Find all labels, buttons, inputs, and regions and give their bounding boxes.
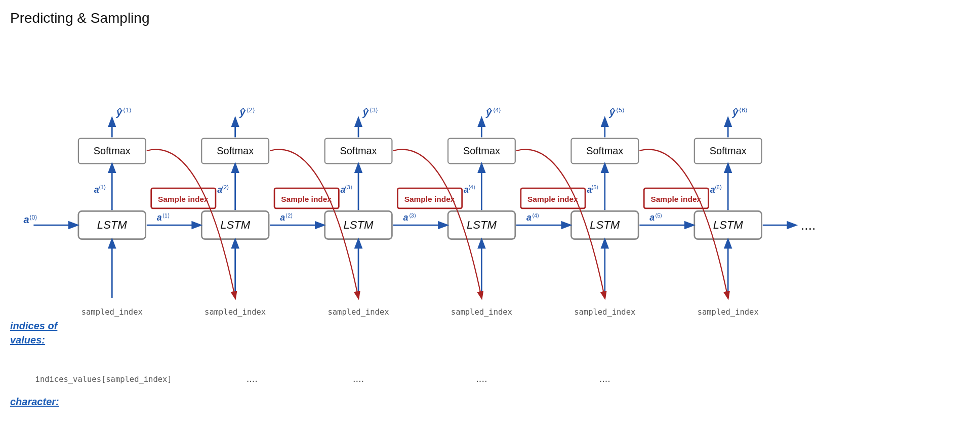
- ellipsis-label: ....: [801, 218, 816, 233]
- lstm-label-3: LSTM: [344, 219, 374, 231]
- a4-horiz-superscript: ⟨4⟩: [532, 212, 539, 219]
- indices-of-values-label: indices ofvalues:: [10, 319, 57, 347]
- sample-index-label-1: Sample index: [158, 195, 209, 203]
- sampled-index-text-6: sampled_index: [698, 308, 759, 317]
- a1-horiz-label: a: [157, 212, 162, 223]
- a0-superscript: ⟨0⟩: [29, 214, 38, 221]
- yhat-label-3: ŷ: [362, 107, 369, 118]
- sampled-index-text-1: sampled_index: [81, 308, 143, 317]
- softmax-label-5: Softmax: [586, 145, 623, 156]
- a3-vert-sup: ⟨3⟩: [345, 184, 352, 190]
- a3-horiz-label: a: [403, 212, 409, 223]
- sampled-index-text-3: sampled_index: [328, 308, 389, 317]
- sample-index-label-3: Sample index: [404, 195, 455, 203]
- a3-horiz-superscript: ⟨3⟩: [409, 212, 416, 219]
- yhat-sup-5: ⟨5⟩: [616, 107, 625, 114]
- lstm-label-1: LSTM: [97, 219, 128, 231]
- a1-vert-sup: ⟨1⟩: [99, 184, 106, 190]
- softmax-label-2: Softmax: [217, 145, 254, 156]
- yhat-label-4: ŷ: [485, 107, 492, 118]
- softmax-label-3: Softmax: [340, 145, 377, 156]
- sampled-index-text-5: sampled_index: [574, 308, 635, 317]
- lstm-label-2: LSTM: [220, 219, 251, 231]
- sample-index-label-2: Sample index: [281, 195, 332, 203]
- character-label: character:: [10, 396, 59, 408]
- lstm-label-4: LSTM: [467, 219, 497, 231]
- a1-horiz-superscript: ⟨1⟩: [162, 212, 170, 219]
- yhat-label-6: ŷ: [732, 107, 739, 118]
- yhat-sup-3: ⟨3⟩: [370, 107, 378, 114]
- char-value-5: ....: [599, 373, 610, 384]
- lstm-label-6: LSTM: [713, 219, 744, 231]
- a4-horiz-label: a: [526, 212, 532, 223]
- page-title: Predicting & Sampling: [10, 10, 149, 26]
- sample-index-label-4: Sample index: [527, 195, 578, 203]
- a2-horiz-label: a: [280, 212, 285, 223]
- yhat-sup-4: ⟨4⟩: [493, 107, 502, 114]
- char-value-2: ....: [247, 373, 258, 384]
- yhat-sup-6: ⟨6⟩: [739, 107, 748, 114]
- char-value-3: ....: [353, 373, 364, 384]
- softmax-label-6: Softmax: [710, 145, 747, 156]
- a0-label: a: [23, 214, 29, 225]
- char-value-4: ....: [476, 373, 487, 384]
- yhat-label-2: ŷ: [239, 107, 246, 118]
- a4-vert-sup: ⟨4⟩: [468, 184, 475, 190]
- sample-index-label-5: Sample index: [650, 195, 701, 203]
- yhat-sup-2: ⟨2⟩: [247, 107, 255, 114]
- yhat-label-5: ŷ: [609, 107, 616, 118]
- sampled-index-text-4: sampled_index: [451, 308, 512, 317]
- a5-vert-sup: ⟨5⟩: [591, 184, 598, 190]
- yhat-label-1: ŷ: [116, 107, 123, 118]
- softmax-label-4: Softmax: [463, 145, 500, 156]
- char-value-1: indices_values[sampled_index]: [35, 375, 172, 384]
- lstm-label-5: LSTM: [590, 219, 620, 231]
- a5-horiz-label: a: [649, 212, 655, 223]
- yhat-sup-1: ⟨1⟩: [123, 107, 132, 114]
- a2-vert-sup: ⟨2⟩: [222, 184, 229, 190]
- a5-horiz-superscript: ⟨5⟩: [655, 212, 662, 219]
- a2-horiz-superscript: ⟨2⟩: [285, 212, 293, 219]
- a6-vert-sup: ⟨6⟩: [715, 184, 722, 190]
- softmax-label-1: Softmax: [94, 145, 131, 156]
- sampled-index-text-2: sampled_index: [205, 308, 266, 317]
